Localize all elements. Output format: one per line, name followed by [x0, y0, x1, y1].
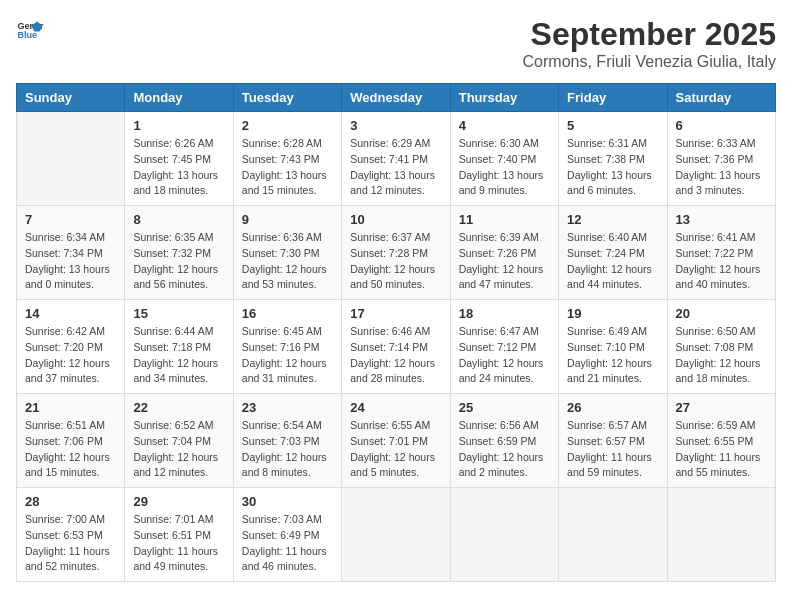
day-number: 21: [25, 400, 116, 415]
day-info: Sunrise: 7:00 AMSunset: 6:53 PMDaylight:…: [25, 512, 116, 575]
day-info: Sunrise: 6:54 AMSunset: 7:03 PMDaylight:…: [242, 418, 333, 481]
day-number: 6: [676, 118, 767, 133]
day-info: Sunrise: 6:29 AMSunset: 7:41 PMDaylight:…: [350, 136, 441, 199]
calendar-day-cell: 30Sunrise: 7:03 AMSunset: 6:49 PMDayligh…: [233, 488, 341, 582]
day-number: 26: [567, 400, 658, 415]
calendar-week-row: 7Sunrise: 6:34 AMSunset: 7:34 PMDaylight…: [17, 206, 776, 300]
day-info: Sunrise: 6:36 AMSunset: 7:30 PMDaylight:…: [242, 230, 333, 293]
calendar-day-cell: 26Sunrise: 6:57 AMSunset: 6:57 PMDayligh…: [559, 394, 667, 488]
day-number: 5: [567, 118, 658, 133]
day-info: Sunrise: 6:51 AMSunset: 7:06 PMDaylight:…: [25, 418, 116, 481]
day-number: 22: [133, 400, 224, 415]
calendar-day-cell: 25Sunrise: 6:56 AMSunset: 6:59 PMDayligh…: [450, 394, 558, 488]
calendar-day-cell: 29Sunrise: 7:01 AMSunset: 6:51 PMDayligh…: [125, 488, 233, 582]
calendar-day-cell: 12Sunrise: 6:40 AMSunset: 7:24 PMDayligh…: [559, 206, 667, 300]
logo: General Blue: [16, 16, 44, 44]
day-number: 7: [25, 212, 116, 227]
calendar-day-cell: 17Sunrise: 6:46 AMSunset: 7:14 PMDayligh…: [342, 300, 450, 394]
day-info: Sunrise: 6:28 AMSunset: 7:43 PMDaylight:…: [242, 136, 333, 199]
day-number: 2: [242, 118, 333, 133]
calendar-day-cell: 18Sunrise: 6:47 AMSunset: 7:12 PMDayligh…: [450, 300, 558, 394]
day-number: 10: [350, 212, 441, 227]
calendar-day-cell: 9Sunrise: 6:36 AMSunset: 7:30 PMDaylight…: [233, 206, 341, 300]
calendar-day-cell: 28Sunrise: 7:00 AMSunset: 6:53 PMDayligh…: [17, 488, 125, 582]
day-info: Sunrise: 6:56 AMSunset: 6:59 PMDaylight:…: [459, 418, 550, 481]
calendar-week-row: 14Sunrise: 6:42 AMSunset: 7:20 PMDayligh…: [17, 300, 776, 394]
calendar-week-row: 21Sunrise: 6:51 AMSunset: 7:06 PMDayligh…: [17, 394, 776, 488]
day-number: 27: [676, 400, 767, 415]
day-info: Sunrise: 6:42 AMSunset: 7:20 PMDaylight:…: [25, 324, 116, 387]
day-number: 17: [350, 306, 441, 321]
calendar-day-cell: 19Sunrise: 6:49 AMSunset: 7:10 PMDayligh…: [559, 300, 667, 394]
day-number: 9: [242, 212, 333, 227]
calendar-day-cell: 22Sunrise: 6:52 AMSunset: 7:04 PMDayligh…: [125, 394, 233, 488]
logo-icon: General Blue: [16, 16, 44, 44]
day-info: Sunrise: 6:37 AMSunset: 7:28 PMDaylight:…: [350, 230, 441, 293]
calendar-day-cell: 4Sunrise: 6:30 AMSunset: 7:40 PMDaylight…: [450, 112, 558, 206]
day-number: 11: [459, 212, 550, 227]
day-info: Sunrise: 7:01 AMSunset: 6:51 PMDaylight:…: [133, 512, 224, 575]
day-info: Sunrise: 6:30 AMSunset: 7:40 PMDaylight:…: [459, 136, 550, 199]
calendar-day-cell: [17, 112, 125, 206]
day-of-week-header: Friday: [559, 84, 667, 112]
calendar-day-cell: 21Sunrise: 6:51 AMSunset: 7:06 PMDayligh…: [17, 394, 125, 488]
day-number: 14: [25, 306, 116, 321]
title-area: September 2025 Cormons, Friuli Venezia G…: [523, 16, 776, 71]
calendar-day-cell: [342, 488, 450, 582]
day-number: 19: [567, 306, 658, 321]
day-number: 8: [133, 212, 224, 227]
calendar-day-cell: [667, 488, 775, 582]
calendar-table: SundayMondayTuesdayWednesdayThursdayFrid…: [16, 83, 776, 582]
day-of-week-header: Saturday: [667, 84, 775, 112]
day-info: Sunrise: 7:03 AMSunset: 6:49 PMDaylight:…: [242, 512, 333, 575]
day-info: Sunrise: 6:26 AMSunset: 7:45 PMDaylight:…: [133, 136, 224, 199]
day-info: Sunrise: 6:33 AMSunset: 7:36 PMDaylight:…: [676, 136, 767, 199]
day-info: Sunrise: 6:40 AMSunset: 7:24 PMDaylight:…: [567, 230, 658, 293]
day-info: Sunrise: 6:47 AMSunset: 7:12 PMDaylight:…: [459, 324, 550, 387]
day-number: 12: [567, 212, 658, 227]
day-number: 1: [133, 118, 224, 133]
calendar-day-cell: 7Sunrise: 6:34 AMSunset: 7:34 PMDaylight…: [17, 206, 125, 300]
calendar-day-cell: [450, 488, 558, 582]
day-number: 18: [459, 306, 550, 321]
svg-text:Blue: Blue: [17, 30, 37, 40]
calendar-day-cell: 24Sunrise: 6:55 AMSunset: 7:01 PMDayligh…: [342, 394, 450, 488]
calendar-day-cell: 27Sunrise: 6:59 AMSunset: 6:55 PMDayligh…: [667, 394, 775, 488]
calendar-day-cell: 15Sunrise: 6:44 AMSunset: 7:18 PMDayligh…: [125, 300, 233, 394]
day-info: Sunrise: 6:55 AMSunset: 7:01 PMDaylight:…: [350, 418, 441, 481]
day-of-week-header: Wednesday: [342, 84, 450, 112]
calendar-day-cell: 14Sunrise: 6:42 AMSunset: 7:20 PMDayligh…: [17, 300, 125, 394]
calendar-day-cell: 1Sunrise: 6:26 AMSunset: 7:45 PMDaylight…: [125, 112, 233, 206]
location-title: Cormons, Friuli Venezia Giulia, Italy: [523, 53, 776, 71]
day-number: 3: [350, 118, 441, 133]
day-info: Sunrise: 6:31 AMSunset: 7:38 PMDaylight:…: [567, 136, 658, 199]
day-info: Sunrise: 6:52 AMSunset: 7:04 PMDaylight:…: [133, 418, 224, 481]
day-info: Sunrise: 6:59 AMSunset: 6:55 PMDaylight:…: [676, 418, 767, 481]
calendar-day-cell: [559, 488, 667, 582]
calendar-day-cell: 20Sunrise: 6:50 AMSunset: 7:08 PMDayligh…: [667, 300, 775, 394]
calendar-day-cell: 10Sunrise: 6:37 AMSunset: 7:28 PMDayligh…: [342, 206, 450, 300]
day-number: 25: [459, 400, 550, 415]
day-number: 15: [133, 306, 224, 321]
calendar-day-cell: 8Sunrise: 6:35 AMSunset: 7:32 PMDaylight…: [125, 206, 233, 300]
month-title: September 2025: [523, 16, 776, 53]
calendar-week-row: 28Sunrise: 7:00 AMSunset: 6:53 PMDayligh…: [17, 488, 776, 582]
day-info: Sunrise: 6:34 AMSunset: 7:34 PMDaylight:…: [25, 230, 116, 293]
day-of-week-header: Sunday: [17, 84, 125, 112]
calendar-day-cell: 6Sunrise: 6:33 AMSunset: 7:36 PMDaylight…: [667, 112, 775, 206]
page-header: General Blue September 2025 Cormons, Fri…: [16, 16, 776, 71]
day-number: 29: [133, 494, 224, 509]
calendar-day-cell: 2Sunrise: 6:28 AMSunset: 7:43 PMDaylight…: [233, 112, 341, 206]
day-number: 30: [242, 494, 333, 509]
day-number: 16: [242, 306, 333, 321]
day-info: Sunrise: 6:57 AMSunset: 6:57 PMDaylight:…: [567, 418, 658, 481]
day-number: 13: [676, 212, 767, 227]
day-info: Sunrise: 6:45 AMSunset: 7:16 PMDaylight:…: [242, 324, 333, 387]
day-number: 4: [459, 118, 550, 133]
day-info: Sunrise: 6:49 AMSunset: 7:10 PMDaylight:…: [567, 324, 658, 387]
day-of-week-header: Tuesday: [233, 84, 341, 112]
calendar-day-cell: 11Sunrise: 6:39 AMSunset: 7:26 PMDayligh…: [450, 206, 558, 300]
day-info: Sunrise: 6:44 AMSunset: 7:18 PMDaylight:…: [133, 324, 224, 387]
calendar-week-row: 1Sunrise: 6:26 AMSunset: 7:45 PMDaylight…: [17, 112, 776, 206]
calendar-day-cell: 5Sunrise: 6:31 AMSunset: 7:38 PMDaylight…: [559, 112, 667, 206]
